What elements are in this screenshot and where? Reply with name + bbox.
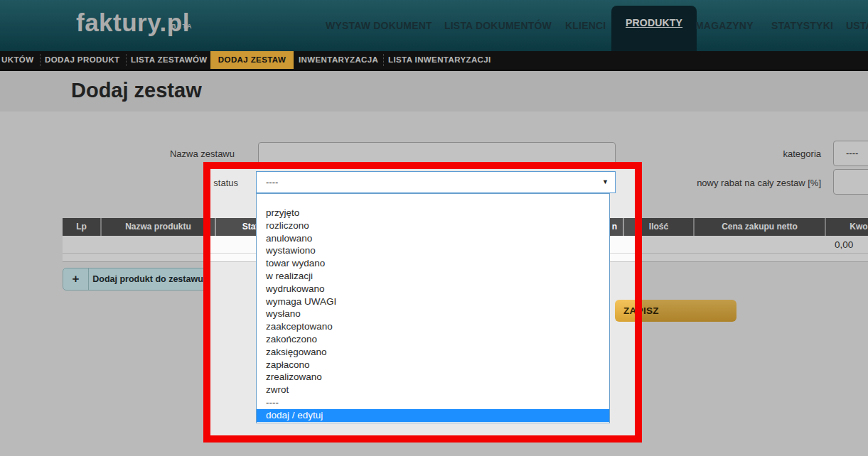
status-select[interactable]: ---- ▼ [256,171,616,193]
subnav-divider [126,54,127,66]
nav-statystyki[interactable]: STATYSTYKI [771,0,833,51]
title-band: Dodaj zestaw [0,69,868,112]
rabat-input[interactable] [833,169,868,195]
rabat-label: nowy rabat na cały zestaw [%] [658,178,821,188]
table-col-kwota-clipped: Kwo [826,218,868,236]
dropdown-option[interactable]: ---- [257,396,609,409]
nazwa-zestawu-label: Nazwa zestawu [128,148,235,159]
nav-magazyny[interactable]: MAGAZYNY [695,0,754,51]
dropdown-option[interactable]: wydrukowano [257,283,609,295]
dropdown-option[interactable]: zakończono [257,333,609,346]
table-col-ilosc: Ilość [624,218,693,236]
sub-nav: UKTÓW DODAJ PRODUKT LISTA ZESTAWÓW DODAJ… [0,51,868,69]
app-window: faktury.pl BETA WYSTAW DOKUMENT LISTA DO… [0,0,868,456]
add-product-label: Dodaj produkt do zestawu [89,268,207,290]
save-button[interactable]: ZAPISZ [615,300,736,322]
nav-produkty-active[interactable]: PRODUKTY [611,6,697,51]
page-title: Dodaj zestaw [71,79,202,102]
dropdown-option[interactable]: zrealizowano [257,371,609,384]
table-col-nazwa-produktu: Nazwa produktu [102,218,215,236]
subnav-lista-zestawow[interactable]: LISTA ZESTAWÓW [131,51,208,69]
dropdown-option[interactable]: towar wydano [257,257,609,270]
dropdown-option[interactable]: wysłano [257,308,609,320]
dropdown-option[interactable]: zapłacono [257,359,609,371]
nav-klienci[interactable]: KLIENCI [565,0,606,51]
table-col-lp: Lp [63,218,100,236]
status-dropdown-list: przyjęto rozliczono anulowano wystawiono… [256,193,610,423]
table-col-cena-zakupu-netto: Cena zakupu netto [695,218,825,236]
dropdown-option[interactable]: rozliczono [257,219,609,232]
top-header: faktury.pl BETA WYSTAW DOKUMENT LISTA DO… [0,0,868,51]
subnav-lista-inwentaryzacji[interactable]: LISTA INWENTARYZACJI [388,51,491,69]
nazwa-zestawu-input[interactable] [258,142,616,165]
dropdown-option[interactable]: anulowano [257,232,609,245]
plus-icon: + [63,268,89,290]
add-product-to-set-button[interactable]: + Dodaj produkt do zestawu [63,268,208,291]
nav-lista-dokumentow[interactable]: LISTA DOKUMENTÓW [444,0,552,51]
status-label: status [132,178,238,188]
chevron-down-icon: ▼ [602,172,609,192]
nav-wystaw-dokument[interactable]: WYSTAW DOKUMENT [326,0,432,51]
subnav-divider [40,54,41,66]
kategoria-select[interactable]: ---- [833,141,868,166]
dropdown-option[interactable]: przyjęto [257,207,609,219]
subnav-dodaj-zestaw-active[interactable]: DODAJ ZESTAW [210,51,294,69]
subnav-divider [383,54,384,66]
dropdown-option[interactable]: w realizacji [257,270,609,283]
subnav-dodaj-produkt[interactable]: DODAJ PRODUKT [45,51,120,69]
dropdown-option[interactable]: wymaga UWAGI [257,295,609,308]
dropdown-option[interactable]: wystawiono [257,244,609,257]
status-select-value: ---- [266,177,278,188]
kategoria-label: kategoria [714,148,821,159]
subnav-inwentaryzacja[interactable]: INWENTARYZACJA [299,51,378,69]
nav-ustawienia-clipped[interactable]: USTA [846,0,868,51]
dropdown-option[interactable]: zwrot [257,384,609,396]
row-kwota-value: 0,00 [835,236,853,254]
logo[interactable]: faktury.pl BETA [76,9,190,36]
dropdown-option[interactable]: zaksięgowano [257,346,609,359]
logo-beta-badge: BETA [171,13,193,40]
dropdown-option-highlighted[interactable]: dodaj / edytuj [257,409,609,422]
dropdown-option[interactable]: zaakceptowano [257,320,609,333]
subnav-lista-produktow-clipped[interactable]: UKTÓW [1,51,33,69]
